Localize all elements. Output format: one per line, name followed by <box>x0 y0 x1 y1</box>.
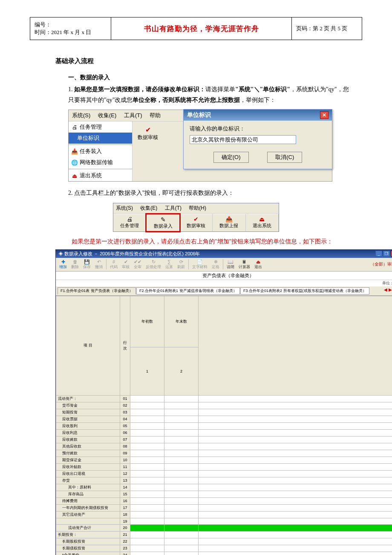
cell-end[interactable] <box>164 443 199 450</box>
cell-begin[interactable] <box>130 470 164 477</box>
cell-end[interactable] <box>164 422 199 429</box>
tb-exit[interactable]: ⏏退出 <box>253 259 264 270</box>
tb-data-entry[interactable]: ✎数据录入 <box>145 213 180 232</box>
cell-blank <box>199 545 392 552</box>
cell-end[interactable] <box>164 552 199 555</box>
cell-end[interactable] <box>164 429 199 436</box>
screenshot-menu-dialog: 系统(S) 收集(E) 工具(T) 帮助 🖨任务管理 单位标识 📥任务装入 🌐网… <box>68 110 332 182</box>
cell-end[interactable] <box>164 491 199 497</box>
menu-item-task-load[interactable]: 📥任务装入 <box>69 146 132 157</box>
tb-data-report[interactable]: 📤数据上报 <box>213 214 245 231</box>
tb-exit[interactable]: ⏏退出系统 <box>246 214 279 231</box>
tb-undo[interactable]: ↶撤消 <box>93 259 104 270</box>
tb-fullaudit[interactable]: ✔✔全审 <box>132 259 143 270</box>
tb-save[interactable]: 💾保存 <box>81 259 92 270</box>
tb-data-audit[interactable]: ✔数据审核 <box>180 214 213 231</box>
tab-f3[interactable]: F3.合外年企01表附表2 所有者权益(或股东权益)增减变动表（非金融类） <box>240 287 369 295</box>
menu-item-task-manage[interactable]: 🖨任务管理 <box>69 121 132 133</box>
cell-begin[interactable] <box>130 443 164 450</box>
tb-task-manage[interactable]: 🖨任务管理 <box>113 214 146 231</box>
window-titlebar: ◈ 数据录入修改 － 2006年度外商投资企业会计报表(北仑区) 2006年 _… <box>56 250 392 258</box>
cell-begin[interactable] <box>130 463 164 470</box>
tb-calc[interactable]: ∑运算 <box>164 259 175 270</box>
cell-end[interactable] <box>164 395 199 402</box>
cell-end[interactable] <box>164 484 199 491</box>
maximize-icon[interactable]: ❐ <box>383 251 390 257</box>
cell-begin[interactable] <box>130 477 164 484</box>
cell-end[interactable] <box>164 531 199 538</box>
cell-begin[interactable] <box>130 484 164 491</box>
tb-textmat[interactable]: 📄文字材料 <box>190 259 209 270</box>
tb-delete[interactable]: 🗑删除 <box>69 259 81 270</box>
cell-end[interactable] <box>164 457 199 463</box>
cell-begin[interactable] <box>130 497 164 504</box>
cell-begin[interactable] <box>130 524 164 531</box>
menu-help[interactable]: 帮助 <box>150 112 161 119</box>
cell-end[interactable] <box>164 470 199 477</box>
cell-begin[interactable] <box>130 402 164 409</box>
menu-item-exit[interactable]: ⏏退出系统 <box>69 170 132 181</box>
cell-end[interactable] <box>164 538 199 545</box>
menu-system[interactable]: 系统(S) <box>72 112 90 119</box>
menu-collect[interactable]: 收集(E) <box>140 205 157 211</box>
tab-f2[interactable]: F2.合外年企01表附表1 资产减值准备明细表（非金融类） <box>136 287 240 295</box>
cell-end[interactable] <box>164 477 199 484</box>
cell-begin[interactable] <box>130 450 164 457</box>
tb-desc[interactable]: 📖说明 <box>225 259 236 270</box>
cell-begin[interactable] <box>130 504 164 511</box>
cell-end[interactable] <box>164 518 199 524</box>
cell-end[interactable] <box>164 511 199 518</box>
menu-tools[interactable]: 工具(T) <box>124 112 142 119</box>
cell-begin[interactable] <box>130 409 164 416</box>
minimize-icon[interactable]: _ <box>375 251 382 257</box>
cell-end[interactable] <box>164 524 199 531</box>
row-label: 预付账款 <box>56 450 120 457</box>
tab-f1[interactable]: F1.合外年企01表 资产负债表（非金融类） <box>58 287 136 295</box>
tb-feedback[interactable]: ↻反馈处理 <box>144 259 163 270</box>
tb-add[interactable]: ✚增加 <box>58 259 69 270</box>
cell-begin[interactable] <box>130 531 164 538</box>
cell-end[interactable] <box>164 497 199 504</box>
cell-begin[interactable] <box>130 457 164 463</box>
menu-help[interactable]: 帮助(H) <box>189 205 206 211</box>
tab-nav[interactable]: ◀ ▶ 🔍 <box>384 287 392 292</box>
cell-begin[interactable] <box>130 422 164 429</box>
menu-tools[interactable]: 工具(T) <box>165 205 182 211</box>
cell-begin[interactable] <box>130 518 164 524</box>
menu-system[interactable]: 系统(S) <box>116 205 133 211</box>
cancel-button[interactable]: 取消(C) <box>267 152 302 163</box>
cell-end[interactable] <box>164 450 199 457</box>
cell-begin[interactable] <box>130 538 164 545</box>
tb-code[interactable]: #代码 <box>108 259 119 270</box>
cell-end[interactable] <box>164 409 199 416</box>
cell-begin[interactable] <box>130 545 164 552</box>
cell-begin[interactable] <box>130 416 164 422</box>
tb-audit[interactable]: ✔审核 <box>120 259 131 270</box>
menu-item-unit-id[interactable]: 单位标识 <box>69 133 132 144</box>
cell-end[interactable] <box>164 504 199 511</box>
cell-end[interactable] <box>164 402 199 409</box>
ok-button[interactable]: 确定(O) <box>213 152 249 163</box>
tb-label: 增加 <box>59 265 67 269</box>
cell-end[interactable] <box>164 416 199 422</box>
menu-collect[interactable]: 收集(E) <box>98 112 116 119</box>
tb-label: 全审 <box>134 265 141 269</box>
tb-refresh[interactable]: ⟳刷新 <box>176 259 187 270</box>
check-icon: ✔ <box>180 216 212 223</box>
cell-end[interactable] <box>164 463 199 470</box>
cell-end[interactable] <box>164 545 199 552</box>
cell-begin[interactable] <box>130 429 164 436</box>
cell-end[interactable] <box>164 436 199 443</box>
tb-freeze[interactable]: ❄定格 <box>210 259 221 270</box>
calc-icon: ∑ <box>165 259 173 264</box>
tb-calculator[interactable]: 🖩计算器 <box>237 259 252 270</box>
menu-item-network[interactable]: 🌐网络数据传输 <box>69 157 132 168</box>
close-icon[interactable]: ✕ <box>320 111 329 119</box>
cell-begin[interactable] <box>130 491 164 497</box>
cell-begin[interactable] <box>130 511 164 518</box>
unit-id-input[interactable] <box>190 135 296 144</box>
cell-begin[interactable] <box>130 436 164 443</box>
cell-begin[interactable] <box>130 552 164 555</box>
tb-audit-button[interactable]: ✔ 数据审核 <box>136 125 160 142</box>
cell-begin[interactable] <box>130 395 164 402</box>
